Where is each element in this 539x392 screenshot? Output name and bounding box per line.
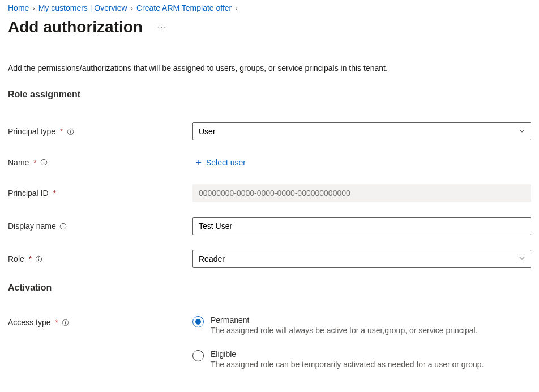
title-row: Add authorization ⋯	[8, 18, 531, 36]
name-label: Name	[8, 158, 29, 167]
required-indicator: *	[33, 158, 36, 167]
principal-id-label: Principal ID	[8, 189, 49, 198]
plus-icon: +	[196, 157, 202, 167]
section-activation: Activation	[8, 283, 531, 293]
field-name: Name * + Select user	[8, 155, 531, 169]
svg-rect-7	[63, 225, 63, 228]
field-principal-id: Principal ID *	[8, 184, 531, 202]
breadcrumb-home[interactable]: Home	[8, 3, 29, 12]
chevron-right-icon: ›	[131, 4, 133, 12]
page-description: Add the permissions/authorizations that …	[8, 63, 531, 73]
radio-icon	[192, 350, 204, 361]
display-name-label: Display name	[8, 221, 56, 231]
field-role: Role * Reader	[8, 250, 531, 268]
svg-rect-11	[38, 257, 39, 258]
field-access-type: Access type * Permanent The assigned rol…	[8, 316, 531, 369]
field-principal-type: Principal type * User	[8, 122, 531, 140]
info-icon[interactable]	[62, 319, 69, 326]
page-title: Add authorization	[8, 18, 143, 36]
radio-eligible-desc: The assigned role can be temporarily act…	[211, 360, 484, 369]
required-indicator: *	[55, 318, 58, 327]
required-indicator: *	[53, 189, 56, 198]
radio-icon	[192, 316, 204, 327]
field-display-name: Display name	[8, 217, 531, 235]
principal-id-input	[192, 184, 531, 202]
svg-rect-5	[44, 160, 44, 161]
info-icon[interactable]	[59, 223, 67, 230]
breadcrumb-my-customers[interactable]: My customers | Overview	[38, 3, 127, 12]
info-icon[interactable]	[35, 255, 42, 263]
role-label: Role	[8, 254, 24, 263]
info-icon[interactable]	[67, 128, 74, 135]
svg-rect-1	[70, 131, 70, 133]
info-icon[interactable]	[40, 159, 48, 166]
svg-rect-8	[63, 224, 63, 225]
principal-type-select[interactable]: User	[192, 122, 531, 140]
required-indicator: *	[60, 127, 63, 136]
svg-rect-4	[44, 162, 44, 164]
principal-type-label: Principal type	[8, 127, 55, 136]
radio-eligible-title: Eligible	[211, 350, 484, 359]
chevron-right-icon: ›	[235, 4, 237, 12]
role-select[interactable]: Reader	[192, 250, 531, 268]
breadcrumb-create-offer[interactable]: Create ARM Template offer	[136, 3, 232, 12]
more-icon[interactable]: ⋯	[155, 22, 169, 33]
radio-permanent-desc: The assigned role will always be active …	[211, 326, 478, 335]
svg-rect-2	[70, 130, 70, 130]
access-type-radio-group: Permanent The assigned role will always …	[192, 316, 531, 369]
radio-permanent[interactable]: Permanent The assigned role will always …	[192, 316, 531, 335]
select-user-label: Select user	[206, 158, 246, 167]
svg-rect-14	[65, 321, 66, 321]
required-indicator: *	[29, 254, 32, 263]
svg-rect-13	[65, 322, 66, 324]
radio-permanent-title: Permanent	[211, 316, 478, 325]
section-role-assignment: Role assignment	[8, 90, 531, 100]
access-type-label: Access type	[8, 318, 50, 327]
select-user-button[interactable]: + Select user	[192, 155, 249, 169]
svg-rect-10	[38, 258, 39, 261]
chevron-right-icon: ›	[32, 4, 35, 12]
radio-eligible[interactable]: Eligible The assigned role can be tempor…	[192, 350, 531, 369]
display-name-input[interactable]	[192, 217, 531, 235]
breadcrumb: Home › My customers | Overview › Create …	[8, 3, 531, 12]
